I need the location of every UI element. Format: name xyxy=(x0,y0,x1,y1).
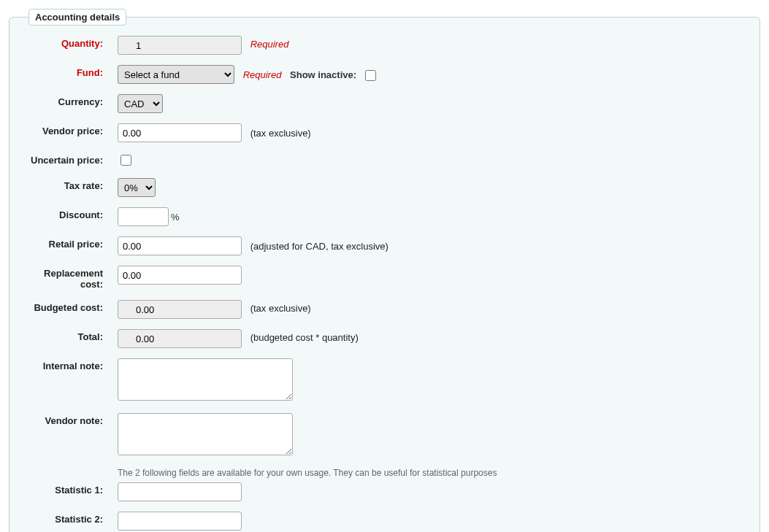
budgeted-cost-input xyxy=(118,300,242,319)
total-label: Total: xyxy=(23,329,110,342)
accounting-details-legend: Accounting details xyxy=(28,9,126,26)
fund-label: Fund: xyxy=(23,65,110,78)
budgeted-cost-hint: (tax exclusive) xyxy=(250,303,311,314)
uncertain-price-label: Uncertain price: xyxy=(23,153,110,166)
total-hint: (budgeted cost * quantity) xyxy=(250,332,359,343)
currency-label: Currency: xyxy=(23,94,110,107)
retail-price-input[interactable] xyxy=(118,236,242,255)
tax-rate-label: Tax rate: xyxy=(23,178,110,191)
uncertain-price-checkbox[interactable] xyxy=(120,155,131,166)
accounting-details-fieldset: Accounting details Quantity: 🔒 Required … xyxy=(9,9,760,532)
replacement-cost-label: Replacement cost: xyxy=(23,266,110,290)
discount-label: Discount: xyxy=(23,207,110,220)
fund-select[interactable]: Select a fund xyxy=(118,65,234,84)
vendor-price-input[interactable] xyxy=(118,123,242,142)
budgeted-cost-label: Budgeted cost: xyxy=(23,300,110,313)
tax-rate-select[interactable]: 0% xyxy=(118,178,156,197)
discount-input[interactable] xyxy=(118,207,169,226)
stats-intro-text: The 2 following fields are available for… xyxy=(118,468,746,478)
quantity-label: Quantity: xyxy=(23,36,110,49)
fund-required-text: Required xyxy=(243,69,282,80)
statistic2-label: Statistic 2: xyxy=(23,512,110,525)
internal-note-label: Internal note: xyxy=(23,358,110,371)
total-input xyxy=(118,329,242,348)
quantity-required-text: Required xyxy=(250,39,289,50)
internal-note-textarea[interactable] xyxy=(118,358,293,401)
currency-select[interactable]: CAD xyxy=(118,94,163,113)
retail-price-label: Retail price: xyxy=(23,236,110,250)
show-inactive-label: Show inactive: xyxy=(290,69,356,80)
replacement-cost-input[interactable] xyxy=(118,266,242,285)
quantity-input xyxy=(118,36,242,55)
statistic1-input[interactable] xyxy=(118,482,242,501)
vendor-note-label: Vendor note: xyxy=(23,413,110,426)
vendor-price-hint: (tax exclusive) xyxy=(250,128,311,139)
vendor-note-textarea[interactable] xyxy=(118,413,293,455)
statistic2-input[interactable] xyxy=(118,512,242,531)
vendor-price-label: Vendor price: xyxy=(23,123,110,136)
discount-percent-symbol: % xyxy=(171,212,180,223)
statistic1-label: Statistic 1: xyxy=(23,482,110,496)
retail-price-hint: (adjusted for CAD, tax exclusive) xyxy=(250,241,389,252)
show-inactive-checkbox[interactable] xyxy=(365,70,376,81)
